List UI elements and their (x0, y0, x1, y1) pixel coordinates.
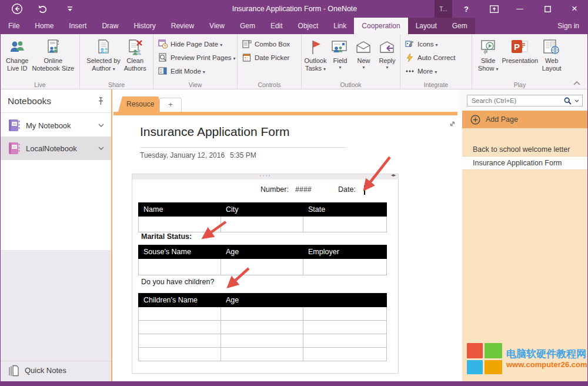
sidebar-item-local-notebook[interactable]: LocalNotebook (1, 137, 111, 160)
sidebar-item-my-notebook[interactable]: My Notebook (1, 114, 111, 137)
header-cell: State (303, 203, 387, 217)
notebook-label: My Notebook (26, 121, 93, 130)
ribbon-group-label: Integrate (400, 81, 472, 88)
maximize-button[interactable] (537, 0, 557, 18)
collapse-ribbon-button[interactable] (573, 81, 580, 85)
search-field[interactable] (467, 95, 583, 107)
tab-object[interactable]: Object (290, 18, 326, 34)
table-cell[interactable] (303, 259, 387, 275)
container-move-handle[interactable]: ···· ◂▸ (132, 174, 398, 179)
hide-page-date-button[interactable]: Hide Page Date (158, 37, 237, 51)
tab-edit[interactable]: Edit (263, 18, 290, 34)
date-picker-icon (242, 53, 252, 62)
table-cell[interactable] (303, 307, 387, 321)
minimize-button[interactable]: — (510, 0, 530, 18)
icons-button[interactable]: Icons (405, 37, 472, 51)
contextual-tab-group: Layout Gem (408, 18, 475, 34)
slideshow-icon (480, 37, 496, 57)
selected-by-author-button[interactable]: Selected by Author (85, 36, 122, 74)
table-cell[interactable] (221, 348, 303, 361)
tab-view[interactable]: View (202, 18, 232, 34)
table-cell[interactable] (221, 321, 303, 334)
contextual-group-header: T... (435, 0, 452, 18)
more-button[interactable]: More (405, 64, 472, 78)
add-section-tab[interactable]: + (159, 98, 182, 112)
children-question-label[interactable]: Do you have children? (141, 278, 214, 286)
reply-button[interactable]: Reply (375, 36, 399, 71)
add-page-button[interactable]: Add Page (462, 111, 588, 128)
note-container[interactable]: ···· ◂▸ Number: #### Date: Name City Sta… (132, 174, 399, 374)
table-cell[interactable] (139, 334, 221, 348)
page-title[interactable]: Insurance Application Form (140, 125, 289, 139)
edit-mode-button[interactable]: Edit Mode (158, 64, 237, 78)
quick-notes-button[interactable]: Quick Notes (1, 361, 111, 380)
table-cell[interactable] (221, 334, 303, 348)
tab-cooperation[interactable]: Cooperation (354, 18, 407, 34)
search-scope-caret-icon[interactable] (574, 99, 579, 102)
dropdown-caret-icon (362, 65, 365, 70)
expand-page-icon[interactable] (449, 120, 456, 128)
presentation-button[interactable]: P Presentation (500, 36, 540, 66)
help-button[interactable]: ? (456, 0, 476, 18)
pages-panel: Add Page Back to school welcome letter I… (462, 89, 588, 381)
tab-link[interactable]: Link (326, 18, 354, 34)
table-cell[interactable] (139, 217, 221, 232)
chevron-down-icon[interactable] (98, 147, 104, 150)
combo-box-button[interactable]: Combo Box (242, 37, 301, 51)
search-input[interactable] (470, 96, 564, 105)
table-cell[interactable] (303, 321, 387, 334)
sidebar-footer-area: Quick Notes (1, 250, 111, 381)
table-cell[interactable] (221, 217, 303, 232)
tab-draw[interactable]: Draw (94, 18, 126, 34)
close-button[interactable]: × (564, 0, 584, 18)
table-cell[interactable] (221, 307, 303, 321)
tab-gem-contextual[interactable]: Gem (445, 18, 475, 34)
preview-print-pages-button[interactable]: Preview Print Pages (158, 51, 237, 64)
number-value[interactable]: #### (295, 185, 312, 194)
table-header-row: Children's Name Age (139, 294, 387, 307)
page-list-item[interactable]: Back to school welcome letter (462, 143, 588, 156)
combo-box-icon (242, 39, 252, 49)
clean-authors-button[interactable]: Clean Authors (122, 36, 148, 74)
new-button[interactable]: New (352, 36, 375, 71)
outlook-tasks-button[interactable]: Outlook Tasks (303, 36, 329, 74)
table-cell[interactable] (221, 259, 303, 275)
plus-circle-icon (470, 115, 480, 125)
number-date-line: Number: #### Date: (132, 185, 398, 196)
page-list-item-selected[interactable]: Insurance Application Form (462, 156, 588, 170)
sign-in-link[interactable]: Sign in (548, 18, 588, 34)
marital-status-label[interactable]: Marital Status: (141, 232, 192, 241)
web-layout-button[interactable]: Web Layout (540, 36, 563, 74)
tab-home[interactable]: Home (27, 18, 61, 34)
slide-show-button[interactable]: Slide Show (476, 36, 500, 74)
field-button[interactable]: Field (328, 36, 352, 71)
tab-gem[interactable]: Gem (232, 18, 263, 34)
auto-correct-button[interactable]: Auto Correct (405, 51, 472, 64)
ribbon-display-button[interactable] (484, 0, 504, 18)
chevron-down-icon[interactable] (98, 124, 104, 127)
table-cell[interactable] (303, 334, 387, 348)
table-cell[interactable] (303, 217, 387, 232)
tab-layout[interactable]: Layout (408, 18, 445, 34)
table-cell[interactable] (303, 348, 387, 361)
change-live-id-button[interactable]: Change Live ID (4, 36, 31, 74)
svg-text:P: P (514, 42, 520, 52)
table-cell[interactable] (139, 259, 221, 275)
watermark-site-name: 电脑软硬件教程网 (506, 348, 587, 360)
table-cell[interactable] (139, 321, 221, 334)
watermark-url: www.computer26.com (506, 360, 587, 370)
date-picker-button[interactable]: Date Picker (242, 51, 301, 64)
table-cell[interactable] (139, 307, 221, 321)
tab-insert[interactable]: Insert (61, 18, 94, 34)
ribbon-group-view: Hide Page Date Preview Print Pages (153, 34, 238, 89)
header-cell: Children's Name (139, 294, 221, 307)
children-table: Children's Name Age (138, 293, 387, 361)
online-notebook-size-button[interactable]: Online Notebook Size (31, 36, 76, 74)
table-cell[interactable] (139, 348, 221, 361)
pin-icon[interactable] (98, 97, 104, 105)
tab-history[interactable]: History (126, 18, 163, 34)
tab-file[interactable]: File (1, 18, 27, 34)
section-tab-resouce[interactable]: Resouce (118, 96, 162, 112)
tab-review[interactable]: Review (163, 18, 202, 34)
ribbon-group-label: Share (80, 81, 153, 88)
